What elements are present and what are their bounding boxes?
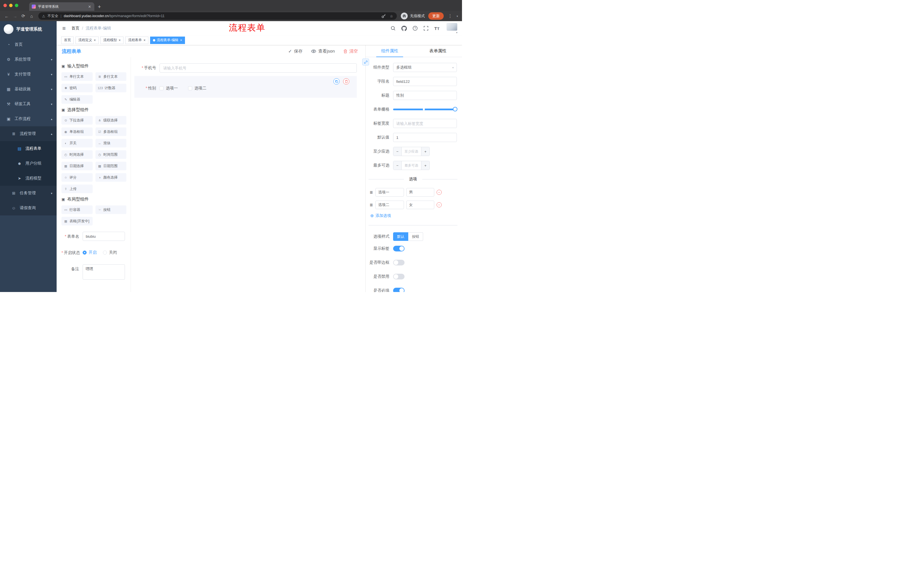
palette-component-chip[interactable]: ↔滑块 — [96, 139, 127, 147]
palette-component-chip[interactable]: ◐开关 — [61, 139, 92, 147]
gender-option-1[interactable]: 选项一 — [160, 86, 178, 91]
palette-component-chip[interactable]: ≣多行文本 — [96, 72, 127, 81]
style-button-button[interactable]: 按钮 — [408, 232, 423, 241]
palette-component-chip[interactable]: 123计数器 — [96, 84, 127, 92]
palette-component-chip[interactable]: ▦表格[开发中] — [61, 217, 92, 225]
window-minimize-button[interactable] — [9, 4, 13, 7]
option-label-input[interactable] — [375, 201, 404, 209]
link-icon[interactable] — [362, 59, 369, 66]
max-select-value[interactable]: 最多可选 — [402, 161, 421, 170]
tag-0[interactable]: 首页 — [61, 36, 74, 44]
palette-component-chip[interactable]: ✎编辑器 — [61, 95, 92, 104]
browser-menu-icon[interactable]: ⋮ — [447, 13, 453, 18]
close-icon[interactable]: × — [180, 39, 182, 42]
menu-fold-icon[interactable]: ≡ — [61, 25, 67, 32]
sidebar-logo[interactable]: 芋道管理系统 — [0, 21, 57, 37]
palette-component-chip[interactable]: ◉单选框组 — [61, 127, 92, 136]
close-icon[interactable]: × — [94, 39, 96, 42]
save-button[interactable]: ✓ 保存 — [288, 49, 302, 54]
palette-component-chip[interactable]: ▩日期范围 — [96, 162, 127, 170]
toggle-switch[interactable] — [393, 246, 404, 252]
sidebar-item-7[interactable]: ▤流程表单 — [0, 141, 57, 156]
tab-form-props[interactable]: 表单属性 — [414, 45, 462, 57]
canvas-field-phone[interactable]: *手机号 — [134, 63, 357, 72]
forward-icon[interactable]: → — [11, 12, 19, 20]
sidebar-item-0[interactable]: ◔首页 — [0, 37, 57, 52]
browser-tab[interactable]: 芋道管理系统 ✕ — [29, 2, 94, 11]
form-name-input[interactable] — [82, 232, 125, 241]
stepper-minus-button[interactable]: − — [393, 161, 402, 170]
palette-component-chip[interactable]: ⋔级联选择 — [96, 116, 127, 125]
palette-component-chip[interactable]: ✱密码 — [61, 84, 92, 92]
user-avatar[interactable] — [447, 23, 457, 31]
tag-3[interactable]: 流程表单× — [125, 36, 148, 44]
copy-component-button[interactable] — [333, 78, 340, 85]
close-icon[interactable]: × — [143, 39, 145, 42]
window-zoom-button[interactable] — [15, 4, 18, 7]
sidebar-item-9[interactable]: ➤流程模型 — [0, 171, 57, 186]
default-value-input[interactable] — [393, 133, 457, 142]
github-icon[interactable] — [401, 26, 407, 31]
toggle-switch[interactable] — [393, 288, 404, 292]
sidebar-item-11[interactable]: ☺请假查询 — [0, 201, 57, 216]
key-icon[interactable] — [381, 14, 386, 18]
palette-component-chip[interactable]: ▭行容器 — [61, 206, 92, 214]
breadcrumb-home[interactable]: 首页 — [71, 26, 79, 31]
sidebar-item-3[interactable]: ▦基础设施▾ — [0, 82, 57, 97]
component-type-select[interactable]: 多选框组 ▾ — [393, 63, 457, 72]
tab-close-icon[interactable]: ✕ — [87, 5, 92, 9]
palette-component-chip[interactable]: ☑多选框组 — [96, 127, 127, 136]
title-input[interactable] — [393, 91, 457, 100]
window-close-button[interactable] — [3, 4, 7, 7]
palette-component-chip[interactable]: ▦日期选择 — [61, 162, 92, 170]
remove-option-button[interactable]: − — [437, 190, 442, 195]
palette-component-chip[interactable]: ◷时间范围 — [96, 150, 127, 159]
update-button[interactable]: 更新 — [428, 12, 444, 20]
sidebar-item-5[interactable]: ▣工作流程▴ — [0, 112, 57, 126]
slider-handle[interactable] — [453, 107, 457, 112]
slider-track[interactable] — [393, 109, 455, 110]
palette-component-chip[interactable]: ⇧上传 — [61, 184, 92, 193]
palette-component-chip[interactable]: ▭单行文本 — [61, 72, 92, 81]
home-icon[interactable]: ⌂ — [28, 12, 35, 20]
palette-component-chip[interactable]: ⊙下拉选择 — [61, 116, 92, 125]
option-label-input[interactable] — [375, 188, 404, 197]
tag-4[interactable]: 流程表单-编辑× — [150, 36, 185, 44]
search-icon[interactable] — [391, 26, 396, 31]
remove-option-button[interactable]: − — [437, 202, 442, 207]
clear-button[interactable]: 清空 — [343, 49, 358, 54]
new-tab-button[interactable]: + — [98, 4, 101, 10]
field-name-input[interactable] — [393, 77, 457, 86]
stepper-minus-button[interactable]: − — [393, 147, 402, 156]
help-icon[interactable]: ? — [412, 26, 418, 31]
bookmark-star-icon[interactable]: ☆ — [390, 14, 393, 18]
close-icon[interactable]: × — [118, 39, 120, 42]
delete-component-button[interactable] — [343, 78, 349, 85]
view-json-button[interactable]: 查看json — [311, 49, 335, 54]
sidebar-item-1[interactable]: ⚙系统管理▾ — [0, 52, 57, 67]
label-width-input[interactable] — [393, 119, 457, 128]
tag-1[interactable]: 流程定义× — [76, 36, 99, 44]
chrome-caret-icon[interactable]: ▾ — [457, 15, 458, 18]
sidebar-item-8[interactable]: ☻用户分组 — [0, 156, 57, 171]
stepper-plus-button[interactable]: + — [421, 161, 429, 170]
status-radio-off[interactable]: 关闭 — [103, 250, 117, 255]
canvas-field-gender[interactable]: *性别 选项一 选项二 — [134, 76, 357, 98]
option-value-input[interactable] — [406, 188, 434, 197]
drag-handle-icon[interactable]: ≣ — [370, 202, 373, 207]
tab-component-props[interactable]: 组件属性 — [366, 45, 414, 57]
add-option-button[interactable]: ⊕ 添加选项 — [370, 213, 462, 218]
style-default-button[interactable]: 默认 — [393, 232, 408, 241]
grid-slider[interactable] — [393, 105, 455, 114]
palette-component-chip[interactable]: ☞按钮 — [96, 206, 127, 214]
palette-component-chip[interactable]: ◑颜色选择 — [96, 173, 127, 182]
sidebar-item-10[interactable]: ⊞任务管理▾ — [0, 186, 57, 201]
address-bar[interactable]: ⚠ 不安全 | dashboard.yudao.iocoder.cn/bpm/m… — [38, 12, 397, 20]
form-remark-textarea[interactable]: 嘿嘿 — [82, 264, 125, 280]
sidebar-item-4[interactable]: ⚒研发工具▾ — [0, 97, 57, 112]
phone-field-input[interactable] — [160, 63, 357, 72]
palette-component-chip[interactable]: ☆评分 — [61, 173, 92, 182]
back-icon[interactable]: ← — [3, 12, 11, 20]
option-value-input[interactable] — [406, 201, 434, 209]
gender-option-2[interactable]: 选项二 — [188, 86, 206, 91]
